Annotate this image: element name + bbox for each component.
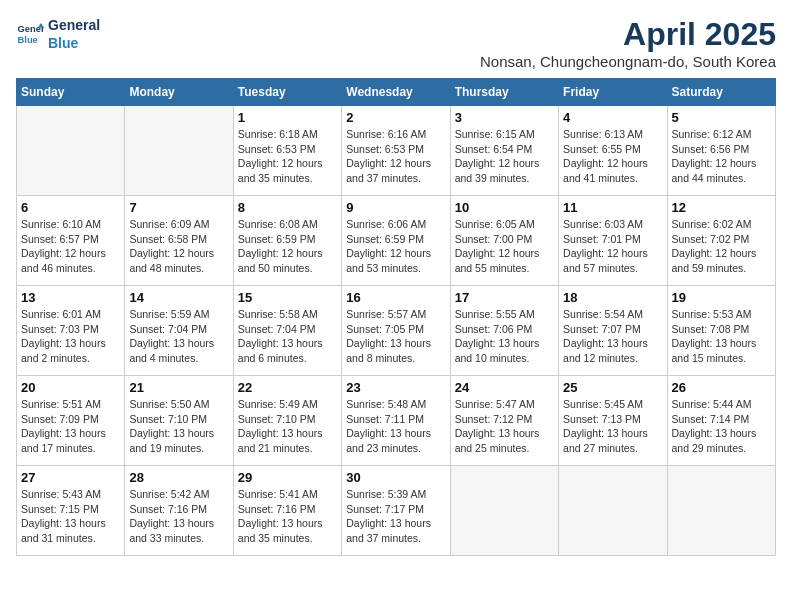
table-row: 9Sunrise: 6:06 AMSunset: 6:59 PMDaylight… bbox=[342, 196, 450, 286]
header-row: SundayMondayTuesdayWednesdayThursdayFrid… bbox=[17, 79, 776, 106]
day-detail: Sunrise: 6:09 AMSunset: 6:58 PMDaylight:… bbox=[129, 217, 228, 276]
day-number: 27 bbox=[21, 470, 120, 485]
day-detail: Sunrise: 5:58 AMSunset: 7:04 PMDaylight:… bbox=[238, 307, 337, 366]
table-row: 28Sunrise: 5:42 AMSunset: 7:16 PMDayligh… bbox=[125, 466, 233, 556]
day-number: 7 bbox=[129, 200, 228, 215]
logo: General Blue General Blue bbox=[16, 16, 100, 52]
day-detail: Sunrise: 6:15 AMSunset: 6:54 PMDaylight:… bbox=[455, 127, 554, 186]
day-detail: Sunrise: 6:01 AMSunset: 7:03 PMDaylight:… bbox=[21, 307, 120, 366]
day-detail: Sunrise: 5:59 AMSunset: 7:04 PMDaylight:… bbox=[129, 307, 228, 366]
day-detail: Sunrise: 5:39 AMSunset: 7:17 PMDaylight:… bbox=[346, 487, 445, 546]
week-row-3: 20Sunrise: 5:51 AMSunset: 7:09 PMDayligh… bbox=[17, 376, 776, 466]
day-detail: Sunrise: 5:49 AMSunset: 7:10 PMDaylight:… bbox=[238, 397, 337, 456]
day-detail: Sunrise: 6:05 AMSunset: 7:00 PMDaylight:… bbox=[455, 217, 554, 276]
table-row: 6Sunrise: 6:10 AMSunset: 6:57 PMDaylight… bbox=[17, 196, 125, 286]
page-header: General Blue General Blue April 2025 Non… bbox=[16, 16, 776, 70]
day-number: 16 bbox=[346, 290, 445, 305]
table-row: 26Sunrise: 5:44 AMSunset: 7:14 PMDayligh… bbox=[667, 376, 775, 466]
table-row: 1Sunrise: 6:18 AMSunset: 6:53 PMDaylight… bbox=[233, 106, 341, 196]
table-row bbox=[559, 466, 667, 556]
week-row-4: 27Sunrise: 5:43 AMSunset: 7:15 PMDayligh… bbox=[17, 466, 776, 556]
day-number: 14 bbox=[129, 290, 228, 305]
table-row: 15Sunrise: 5:58 AMSunset: 7:04 PMDayligh… bbox=[233, 286, 341, 376]
day-number: 19 bbox=[672, 290, 771, 305]
table-row: 25Sunrise: 5:45 AMSunset: 7:13 PMDayligh… bbox=[559, 376, 667, 466]
table-row bbox=[450, 466, 558, 556]
calendar-body: 1Sunrise: 6:18 AMSunset: 6:53 PMDaylight… bbox=[17, 106, 776, 556]
day-detail: Sunrise: 6:13 AMSunset: 6:55 PMDaylight:… bbox=[563, 127, 662, 186]
day-number: 24 bbox=[455, 380, 554, 395]
table-row: 23Sunrise: 5:48 AMSunset: 7:11 PMDayligh… bbox=[342, 376, 450, 466]
header-wednesday: Wednesday bbox=[342, 79, 450, 106]
title-block: April 2025 Nonsan, Chungcheongnam-do, So… bbox=[480, 16, 776, 70]
day-number: 15 bbox=[238, 290, 337, 305]
day-detail: Sunrise: 5:43 AMSunset: 7:15 PMDaylight:… bbox=[21, 487, 120, 546]
day-number: 5 bbox=[672, 110, 771, 125]
day-number: 21 bbox=[129, 380, 228, 395]
day-detail: Sunrise: 5:42 AMSunset: 7:16 PMDaylight:… bbox=[129, 487, 228, 546]
day-number: 3 bbox=[455, 110, 554, 125]
table-row: 24Sunrise: 5:47 AMSunset: 7:12 PMDayligh… bbox=[450, 376, 558, 466]
day-number: 28 bbox=[129, 470, 228, 485]
day-detail: Sunrise: 6:16 AMSunset: 6:53 PMDaylight:… bbox=[346, 127, 445, 186]
day-detail: Sunrise: 6:12 AMSunset: 6:56 PMDaylight:… bbox=[672, 127, 771, 186]
table-row: 17Sunrise: 5:55 AMSunset: 7:06 PMDayligh… bbox=[450, 286, 558, 376]
day-number: 20 bbox=[21, 380, 120, 395]
day-detail: Sunrise: 6:06 AMSunset: 6:59 PMDaylight:… bbox=[346, 217, 445, 276]
svg-text:Blue: Blue bbox=[18, 36, 38, 46]
header-saturday: Saturday bbox=[667, 79, 775, 106]
header-monday: Monday bbox=[125, 79, 233, 106]
day-number: 12 bbox=[672, 200, 771, 215]
table-row: 7Sunrise: 6:09 AMSunset: 6:58 PMDaylight… bbox=[125, 196, 233, 286]
day-number: 30 bbox=[346, 470, 445, 485]
day-number: 4 bbox=[563, 110, 662, 125]
table-row: 3Sunrise: 6:15 AMSunset: 6:54 PMDaylight… bbox=[450, 106, 558, 196]
day-number: 18 bbox=[563, 290, 662, 305]
header-tuesday: Tuesday bbox=[233, 79, 341, 106]
day-number: 13 bbox=[21, 290, 120, 305]
day-number: 23 bbox=[346, 380, 445, 395]
day-detail: Sunrise: 5:50 AMSunset: 7:10 PMDaylight:… bbox=[129, 397, 228, 456]
day-number: 2 bbox=[346, 110, 445, 125]
header-friday: Friday bbox=[559, 79, 667, 106]
day-detail: Sunrise: 6:03 AMSunset: 7:01 PMDaylight:… bbox=[563, 217, 662, 276]
table-row bbox=[125, 106, 233, 196]
table-row: 11Sunrise: 6:03 AMSunset: 7:01 PMDayligh… bbox=[559, 196, 667, 286]
logo-text-blue: Blue bbox=[48, 34, 100, 52]
header-thursday: Thursday bbox=[450, 79, 558, 106]
day-detail: Sunrise: 6:08 AMSunset: 6:59 PMDaylight:… bbox=[238, 217, 337, 276]
table-row: 20Sunrise: 5:51 AMSunset: 7:09 PMDayligh… bbox=[17, 376, 125, 466]
table-row: 14Sunrise: 5:59 AMSunset: 7:04 PMDayligh… bbox=[125, 286, 233, 376]
table-row: 5Sunrise: 6:12 AMSunset: 6:56 PMDaylight… bbox=[667, 106, 775, 196]
day-detail: Sunrise: 5:54 AMSunset: 7:07 PMDaylight:… bbox=[563, 307, 662, 366]
table-row: 10Sunrise: 6:05 AMSunset: 7:00 PMDayligh… bbox=[450, 196, 558, 286]
day-detail: Sunrise: 5:48 AMSunset: 7:11 PMDaylight:… bbox=[346, 397, 445, 456]
day-number: 25 bbox=[563, 380, 662, 395]
table-row: 19Sunrise: 5:53 AMSunset: 7:08 PMDayligh… bbox=[667, 286, 775, 376]
table-row bbox=[667, 466, 775, 556]
day-detail: Sunrise: 5:51 AMSunset: 7:09 PMDaylight:… bbox=[21, 397, 120, 456]
calendar-table: SundayMondayTuesdayWednesdayThursdayFrid… bbox=[16, 78, 776, 556]
table-row: 13Sunrise: 6:01 AMSunset: 7:03 PMDayligh… bbox=[17, 286, 125, 376]
table-row: 2Sunrise: 6:16 AMSunset: 6:53 PMDaylight… bbox=[342, 106, 450, 196]
day-detail: Sunrise: 6:18 AMSunset: 6:53 PMDaylight:… bbox=[238, 127, 337, 186]
table-row: 27Sunrise: 5:43 AMSunset: 7:15 PMDayligh… bbox=[17, 466, 125, 556]
day-detail: Sunrise: 5:41 AMSunset: 7:16 PMDaylight:… bbox=[238, 487, 337, 546]
day-number: 1 bbox=[238, 110, 337, 125]
day-number: 17 bbox=[455, 290, 554, 305]
day-detail: Sunrise: 5:53 AMSunset: 7:08 PMDaylight:… bbox=[672, 307, 771, 366]
table-row: 12Sunrise: 6:02 AMSunset: 7:02 PMDayligh… bbox=[667, 196, 775, 286]
day-number: 11 bbox=[563, 200, 662, 215]
table-row: 18Sunrise: 5:54 AMSunset: 7:07 PMDayligh… bbox=[559, 286, 667, 376]
table-row: 30Sunrise: 5:39 AMSunset: 7:17 PMDayligh… bbox=[342, 466, 450, 556]
day-detail: Sunrise: 5:55 AMSunset: 7:06 PMDaylight:… bbox=[455, 307, 554, 366]
table-row: 29Sunrise: 5:41 AMSunset: 7:16 PMDayligh… bbox=[233, 466, 341, 556]
day-number: 22 bbox=[238, 380, 337, 395]
table-row: 8Sunrise: 6:08 AMSunset: 6:59 PMDaylight… bbox=[233, 196, 341, 286]
day-detail: Sunrise: 5:45 AMSunset: 7:13 PMDaylight:… bbox=[563, 397, 662, 456]
table-row: 21Sunrise: 5:50 AMSunset: 7:10 PMDayligh… bbox=[125, 376, 233, 466]
week-row-0: 1Sunrise: 6:18 AMSunset: 6:53 PMDaylight… bbox=[17, 106, 776, 196]
day-detail: Sunrise: 5:57 AMSunset: 7:05 PMDaylight:… bbox=[346, 307, 445, 366]
calendar-header: SundayMondayTuesdayWednesdayThursdayFrid… bbox=[17, 79, 776, 106]
week-row-1: 6Sunrise: 6:10 AMSunset: 6:57 PMDaylight… bbox=[17, 196, 776, 286]
